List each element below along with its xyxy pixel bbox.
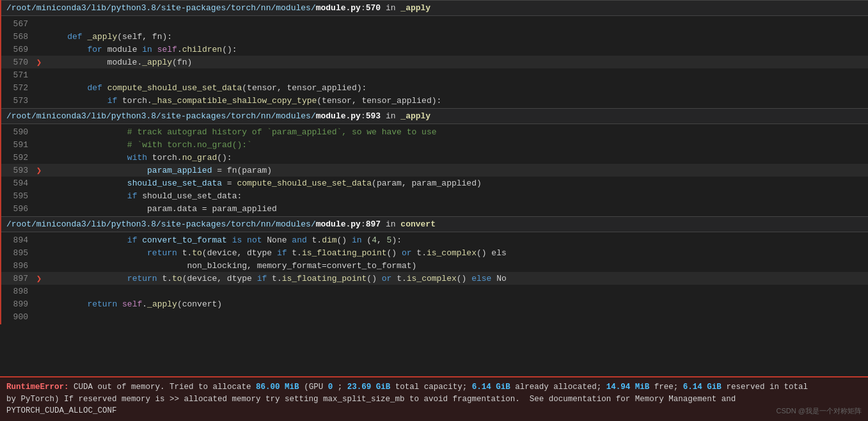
code-line: 568 def _apply(self, fn): xyxy=(1,30,868,43)
line-num: 894 xyxy=(1,235,33,245)
frame-block-1: /root/miniconda3/lib/python3.8/site-pack… xyxy=(0,0,868,108)
line-num: 567 xyxy=(1,19,33,29)
error-line2: by PyTorch) If reserved memory is >> all… xyxy=(6,393,862,406)
code-line: 573 if torch._has_compatible_shallow_cop… xyxy=(1,94,868,107)
code-line: 596 param.data = param_applied xyxy=(1,202,868,215)
line-content: return self._apply(convert) xyxy=(45,299,868,309)
frame3-colon: : xyxy=(361,219,366,229)
code-line: 894 if convert_to_format is not None and… xyxy=(1,234,868,246)
code-line: 572 def compute_should_use_set_data(tens… xyxy=(1,81,868,94)
line-content: def compute_should_use_set_data(tensor, … xyxy=(45,83,868,93)
frame2-colon: : xyxy=(361,111,366,121)
line-num: 594 xyxy=(1,179,33,188)
error-free: 14.94 MiB xyxy=(606,383,650,392)
frame2-lineno: 593 xyxy=(366,111,381,121)
code-line-active: 897 ❯ return t.to(device, dtype if t.is_… xyxy=(1,272,868,285)
frame-block-2: /root/miniconda3/lib/python3.8/site-pack… xyxy=(0,108,868,216)
code-line: 899 return self._apply(convert) xyxy=(1,298,868,310)
frame-block-3: /root/miniconda3/lib/python3.8/site-pack… xyxy=(0,216,868,324)
line-num: 571 xyxy=(1,70,33,80)
error-total: 23.69 GiB xyxy=(347,383,391,392)
code-line: 591 # `with torch.no_grad():` xyxy=(1,138,868,151)
code-line: 595 if should_use_set_data: xyxy=(1,189,868,202)
frame2-func: _apply xyxy=(400,111,430,121)
line-num: 593 xyxy=(1,166,33,175)
line-num: 570 xyxy=(1,58,33,67)
code-viewer: /root/miniconda3/lib/python3.8/site-pack… xyxy=(0,0,868,421)
line-num: 896 xyxy=(1,261,33,271)
frame3-lines: 894 if convert_to_format is not None and… xyxy=(1,232,868,324)
line-content: should_use_set_data = compute_should_use… xyxy=(45,179,868,188)
error-reserved: 6.14 GiB xyxy=(683,383,722,392)
code-line: 898 xyxy=(1,285,868,298)
frame1-func: _apply xyxy=(400,3,430,13)
error-total-label: total capacity; xyxy=(395,383,472,392)
frame2-lines: 590 # track autograd history of `param_a… xyxy=(1,124,868,216)
frame3-lineno: 897 xyxy=(366,219,381,229)
error-semi1: ; xyxy=(338,383,347,392)
error-free-label: free; xyxy=(654,383,683,392)
error-gpu-id: 0 xyxy=(328,383,333,392)
line-content: with torch.no_grad(): xyxy=(45,153,868,163)
code-line: 592 with torch.no_grad(): xyxy=(1,151,868,164)
error-alloc: 86.00 MiB xyxy=(256,383,299,392)
error-type: RuntimeError: xyxy=(6,383,69,392)
line-num: 897 xyxy=(1,274,33,283)
frame2-path: /root/miniconda3/lib/python3.8/site-pack… xyxy=(6,111,361,121)
line-num: 590 xyxy=(1,127,33,137)
line-num: 898 xyxy=(1,287,33,296)
error-line1: RuntimeError: CUDA out of memory. Tried … xyxy=(6,381,862,393)
error-allocated: 6.14 GiB xyxy=(472,383,510,392)
line-num: 595 xyxy=(1,191,33,201)
line-content xyxy=(45,19,868,29)
line-content: return t.to(device, dtype if t.is_floati… xyxy=(45,248,868,258)
line-content: if torch._has_compatible_shallow_copy_ty… xyxy=(45,96,868,106)
frame1-lines: 567 568 def _apply(self, fn): 569 for mo… xyxy=(1,16,868,108)
line-content: param_applied = fn(param) xyxy=(45,166,868,175)
error-line3: PYTORCH_CUDA_ALLOC_CONF xyxy=(6,405,862,417)
frame1-lineno: 570 xyxy=(366,3,381,13)
frame-header-2: /root/miniconda3/lib/python3.8/site-pack… xyxy=(1,108,868,124)
error-reserved-label: reserved in total xyxy=(726,383,808,392)
watermark: CSDN @我是一个对称矩阵 xyxy=(777,406,862,417)
error-gpu-label: (GPU xyxy=(304,383,328,392)
line-num: 568 xyxy=(1,32,33,42)
code-area: /root/miniconda3/lib/python3.8/site-pack… xyxy=(0,0,868,376)
line-content: param.data = param_applied xyxy=(45,204,868,214)
line-content: module._apply(fn) xyxy=(45,58,868,67)
line-num: 591 xyxy=(1,140,33,150)
code-line: 567 xyxy=(1,17,868,30)
code-line-active: 593 ❯ param_applied = fn(param) xyxy=(1,164,868,177)
line-content xyxy=(45,70,868,80)
line-content xyxy=(45,312,868,322)
line-content: non_blocking, memory_format=convert_to_f… xyxy=(45,261,868,271)
code-line: 895 return t.to(device, dtype if t.is_fl… xyxy=(1,246,868,259)
line-num: 572 xyxy=(1,83,33,93)
line-num: 899 xyxy=(1,299,33,309)
code-line: 571 xyxy=(1,68,868,81)
error-allocated-label: already allocated; xyxy=(515,383,606,392)
line-num: 596 xyxy=(1,204,33,214)
frame1-path: /root/miniconda3/lib/python3.8/site-pack… xyxy=(6,3,361,13)
line-num: 900 xyxy=(1,312,33,322)
line-content: if convert_to_format is not None and t.d… xyxy=(45,235,868,245)
code-line: 569 for module in self.children(): xyxy=(1,43,868,56)
code-line: 896 non_blocking, memory_format=convert_… xyxy=(1,259,868,272)
line-content: for module in self.children(): xyxy=(45,45,868,54)
code-line: 900 xyxy=(1,310,868,323)
line-content: if should_use_set_data: xyxy=(45,191,868,201)
line-content: # track autograd history of `param_appli… xyxy=(45,127,868,137)
line-num: 573 xyxy=(1,96,33,106)
frame1-colon: : xyxy=(361,3,366,13)
frame3-in: in xyxy=(381,219,400,229)
line-num: 592 xyxy=(1,153,33,163)
error-bar: RuntimeError: CUDA out of memory. Tried … xyxy=(0,376,868,421)
code-line-active: 570 ❯ module._apply(fn) xyxy=(1,56,868,68)
frame-header-1: /root/miniconda3/lib/python3.8/site-pack… xyxy=(1,0,868,16)
active-arrow: ❯ xyxy=(33,57,45,68)
active-arrow: ❯ xyxy=(33,165,45,176)
line-content: # `with torch.no_grad():` xyxy=(45,140,868,150)
line-num: 895 xyxy=(1,248,33,258)
active-arrow: ❯ xyxy=(33,273,45,284)
line-content xyxy=(45,287,868,296)
